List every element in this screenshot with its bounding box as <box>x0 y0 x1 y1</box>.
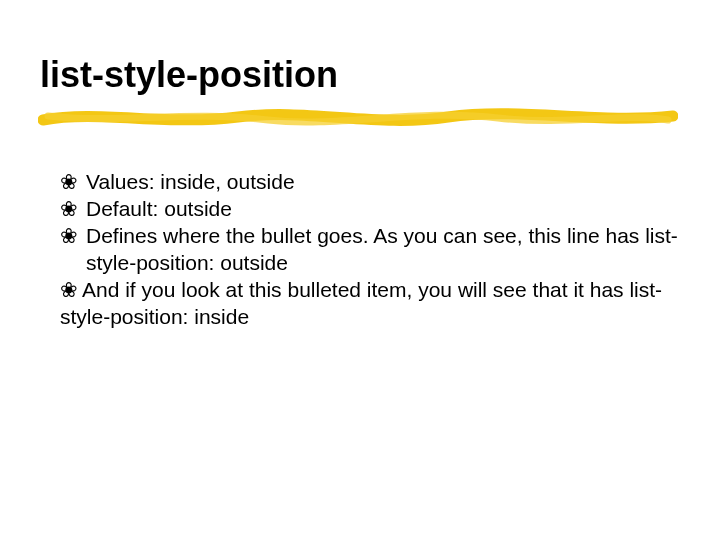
title-underline <box>38 102 678 132</box>
list-item: ❀And if you look at this bulleted item, … <box>60 276 680 330</box>
list-item: ❀ Defines where the bullet goes. As you … <box>60 222 680 276</box>
bullet-icon: ❀ <box>60 168 78 195</box>
bullet-icon: ❀ <box>60 195 78 222</box>
list-item-text: And if you look at this bulleted item, y… <box>60 278 662 328</box>
slide-title: list-style-position <box>40 54 338 96</box>
bullet-icon: ❀ <box>60 278 78 301</box>
list-item: ❀ Values: inside, outside <box>60 168 680 195</box>
slide-body: ❀ Values: inside, outside ❀ Default: out… <box>60 168 680 330</box>
list-item-text: Defines where the bullet goes. As you ca… <box>86 224 678 274</box>
list-item-text: Values: inside, outside <box>86 170 295 193</box>
list-item: ❀ Default: outside <box>60 195 680 222</box>
list-item-text: Default: outside <box>86 197 232 220</box>
bullet-icon: ❀ <box>60 222 78 249</box>
slide: list-style-position ❀ Values: inside, ou… <box>0 0 720 540</box>
